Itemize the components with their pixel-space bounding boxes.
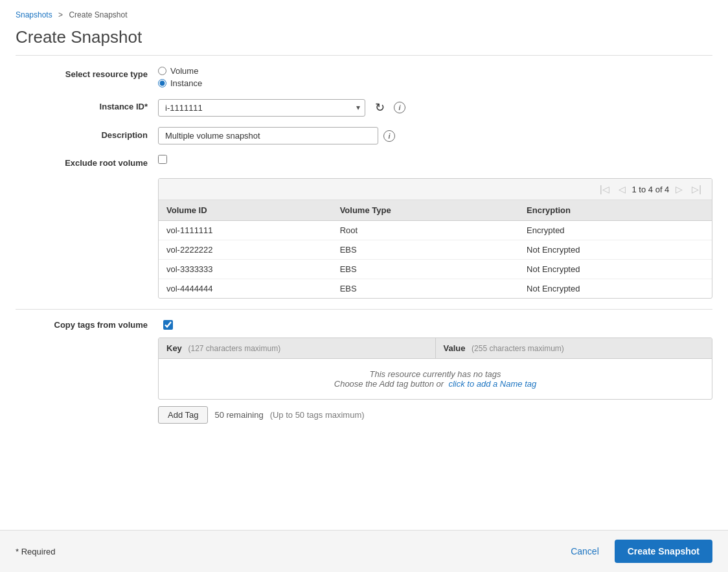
tags-max-note: (Up to 50 tags maximum) [270, 410, 365, 420]
tags-key-label: Key [166, 343, 182, 353]
cell-volume-type: EBS [332, 260, 519, 279]
footer-actions: Cancel Create Snapshot [562, 540, 712, 563]
exclude-root-label: Exclude root volume [16, 155, 158, 168]
cancel-button[interactable]: Cancel [562, 541, 608, 562]
cell-volume-id: vol-1111111 [159, 221, 332, 240]
description-label: Description [16, 127, 158, 140]
volumes-table-section: |◁ ◁ 1 to 4 of 4 ▷ ▷| Volume ID Volume T… [158, 178, 712, 299]
table-row: vol-1111111 Root Encrypted [159, 221, 712, 240]
required-note: * Required [16, 547, 55, 556]
tags-value-label: Value [444, 343, 466, 353]
instance-id-label: Instance ID* [16, 98, 158, 111]
section-separator [16, 309, 712, 310]
tags-empty-line1: This resource currently has no tags [166, 369, 704, 379]
pagination-last-btn[interactable]: ▷| [689, 183, 704, 196]
instance-id-row: Instance ID* i-1111111 ▾ ↻ i [16, 98, 712, 117]
add-name-tag-link[interactable]: click to add a Name tag [448, 379, 536, 389]
copy-tags-label: Copy tags from volume [16, 320, 158, 330]
radio-instance[interactable]: Instance [158, 78, 202, 88]
tags-table-wrapper: Key (127 characters maximum) Value (255 … [158, 337, 712, 400]
volumes-table-body: vol-1111111 Root Encrypted vol-2222222 E… [159, 221, 712, 299]
volumes-table-head: Volume ID Volume Type Encryption [159, 200, 712, 221]
tags-key-hint: (127 characters maximum) [188, 344, 280, 353]
form-section: Select resource type Volume Instance [16, 66, 712, 168]
volumes-table-wrapper: |◁ ◁ 1 to 4 of 4 ▷ ▷| Volume ID Volume T… [158, 178, 712, 299]
breadcrumb: Snapshots > Create Snapshot [16, 10, 712, 19]
tags-empty-prefix: Choose the Add tag button or [334, 379, 444, 389]
page-container: Snapshots > Create Snapshot Create Snaps… [0, 0, 728, 572]
breadcrumb-separator: > [58, 10, 63, 19]
tags-remaining-count: 50 remaining [214, 410, 263, 420]
radio-volume-label: Volume [170, 66, 198, 76]
volumes-table-header-row: Volume ID Volume Type Encryption [159, 200, 712, 221]
resource-type-label: Select resource type [16, 66, 158, 79]
tags-key-header: Key (127 characters maximum) [159, 338, 435, 358]
resource-type-row: Select resource type Volume Instance [16, 66, 712, 88]
pagination-prev-btn[interactable]: ◁ [616, 183, 628, 196]
cell-volume-type: Root [332, 221, 519, 240]
exclude-root-checkbox-wrapper [158, 155, 167, 164]
instance-id-info-icon[interactable]: i [394, 102, 405, 113]
resource-type-control: Volume Instance [158, 66, 202, 88]
page-footer: * Required Cancel Create Snapshot [0, 530, 728, 572]
tags-empty-line2: Choose the Add tag button or click to ad… [166, 379, 704, 389]
refresh-icon[interactable]: ↻ [370, 98, 389, 117]
resource-type-radio-group: Volume Instance [158, 66, 202, 88]
instance-id-select-wrapper: i-1111111 ▾ [158, 99, 365, 117]
cell-encryption: Not Encrypted [519, 279, 712, 299]
breadcrumb-parent-link[interactable]: Snapshots [16, 10, 52, 19]
main-content: Snapshots > Create Snapshot Create Snaps… [0, 0, 728, 530]
breadcrumb-current: Create Snapshot [69, 10, 127, 19]
table-row: vol-3333333 EBS Not Encrypted [159, 260, 712, 279]
tags-value-header: Value (255 characters maximum) [435, 338, 712, 358]
exclude-root-control [158, 155, 167, 164]
description-row: Description i [16, 127, 712, 144]
description-input[interactable] [158, 127, 378, 144]
tags-table-header: Key (127 characters maximum) Value (255 … [159, 338, 712, 359]
create-snapshot-button[interactable]: Create Snapshot [615, 540, 712, 563]
cell-volume-id: vol-2222222 [159, 240, 332, 260]
exclude-root-row: Exclude root volume [16, 155, 712, 168]
cell-volume-type: EBS [332, 279, 519, 299]
pagination-next-btn[interactable]: ▷ [673, 183, 685, 196]
instance-id-control: i-1111111 ▾ ↻ i [158, 98, 405, 117]
tags-empty-state: This resource currently has no tags Choo… [159, 359, 712, 399]
instance-id-select[interactable]: i-1111111 [158, 99, 365, 117]
col-header-volume-id: Volume ID [159, 200, 332, 221]
cell-encryption: Encrypted [519, 221, 712, 240]
tags-value-hint: (255 characters maximum) [472, 344, 564, 353]
radio-volume-input[interactable] [158, 67, 166, 75]
col-header-volume-type: Volume Type [332, 200, 519, 221]
copy-tags-control [163, 320, 173, 330]
pagination-info: 1 to 4 of 4 [632, 185, 670, 194]
exclude-root-checkbox[interactable] [158, 155, 167, 164]
add-tag-button[interactable]: Add Tag [158, 406, 208, 424]
copy-tags-row: Copy tags from volume [16, 320, 712, 330]
description-control: i [158, 127, 395, 144]
table-row: vol-2222222 EBS Not Encrypted [159, 240, 712, 260]
cell-volume-id: vol-3333333 [159, 260, 332, 279]
page-title: Create Snapshot [16, 27, 712, 56]
tags-section: Copy tags from volume Key (127 character… [16, 320, 712, 424]
radio-volume[interactable]: Volume [158, 66, 202, 76]
cell-encryption: Not Encrypted [519, 240, 712, 260]
radio-instance-label: Instance [170, 78, 202, 88]
table-row: vol-4444444 EBS Not Encrypted [159, 279, 712, 299]
pagination-first-btn[interactable]: |◁ [597, 183, 612, 196]
cell-volume-id: vol-4444444 [159, 279, 332, 299]
cell-encryption: Not Encrypted [519, 260, 712, 279]
tags-actions: Add Tag 50 remaining (Up to 50 tags maxi… [158, 406, 712, 424]
col-header-encryption: Encryption [519, 200, 712, 221]
copy-tags-checkbox[interactable] [163, 320, 173, 330]
volumes-table: Volume ID Volume Type Encryption vol-111… [159, 200, 712, 298]
table-toolbar: |◁ ◁ 1 to 4 of 4 ▷ ▷| [159, 179, 712, 200]
radio-instance-input[interactable] [158, 79, 166, 87]
cell-volume-type: EBS [332, 240, 519, 260]
description-info-icon[interactable]: i [383, 130, 395, 142]
